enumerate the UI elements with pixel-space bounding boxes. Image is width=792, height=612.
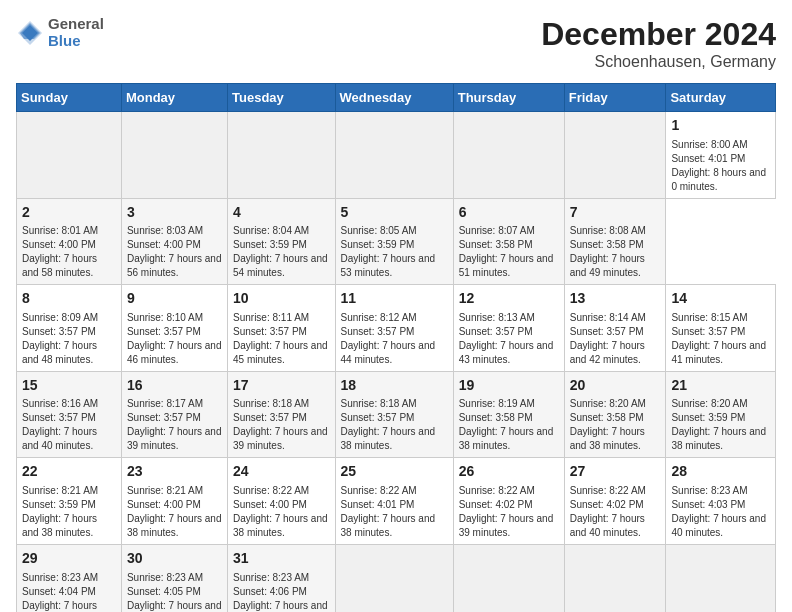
sunrise-text: Sunrise: 8:07 AM [459, 225, 535, 236]
day-number: 5 [341, 203, 448, 223]
daylight-text: Daylight: 7 hours and 38 minutes. [671, 426, 766, 451]
daylight-text: Daylight: 7 hours and 38 minutes. [459, 426, 554, 451]
sunset-text: Sunset: 4:02 PM [570, 499, 644, 510]
sunrise-text: Sunrise: 8:22 AM [341, 485, 417, 496]
day-cell-16: 16Sunrise: 8:17 AMSunset: 3:57 PMDayligh… [121, 371, 227, 458]
sunrise-text: Sunrise: 8:22 AM [459, 485, 535, 496]
day-number: 13 [570, 289, 661, 309]
daylight-text: Daylight: 7 hours and 42 minutes. [127, 600, 222, 612]
day-info: Sunrise: 8:23 AMSunset: 4:06 PMDaylight:… [233, 571, 329, 612]
day-info: Sunrise: 8:23 AMSunset: 4:05 PMDaylight:… [127, 571, 222, 612]
day-cell-12: 12Sunrise: 8:13 AMSunset: 3:57 PMDayligh… [453, 285, 564, 372]
sunrise-text: Sunrise: 8:00 AM [671, 139, 747, 150]
empty-cell [453, 544, 564, 612]
week-row-3: 8Sunrise: 8:09 AMSunset: 3:57 PMDaylight… [17, 285, 776, 372]
sunrise-text: Sunrise: 8:14 AM [570, 312, 646, 323]
sunrise-text: Sunrise: 8:18 AM [233, 398, 309, 409]
empty-cell [564, 112, 666, 199]
day-info: Sunrise: 8:19 AMSunset: 3:58 PMDaylight:… [459, 397, 559, 453]
empty-cell [228, 112, 335, 199]
sunrise-text: Sunrise: 8:18 AM [341, 398, 417, 409]
day-cell-31: 31Sunrise: 8:23 AMSunset: 4:06 PMDayligh… [228, 544, 335, 612]
day-number: 10 [233, 289, 329, 309]
day-info: Sunrise: 8:20 AMSunset: 3:58 PMDaylight:… [570, 397, 661, 453]
page-header: General Blue December 2024 Schoenhausen,… [16, 16, 776, 71]
day-number: 15 [22, 376, 116, 396]
daylight-text: Daylight: 7 hours and 46 minutes. [127, 340, 222, 365]
sunset-text: Sunset: 3:58 PM [570, 239, 644, 250]
sunrise-text: Sunrise: 8:11 AM [233, 312, 309, 323]
day-number: 31 [233, 549, 329, 569]
sunset-text: Sunset: 3:57 PM [233, 412, 307, 423]
day-cell-4: 4Sunrise: 8:04 AMSunset: 3:59 PMDaylight… [228, 198, 335, 285]
daylight-text: Daylight: 7 hours and 38 minutes. [341, 426, 436, 451]
day-header-monday: Monday [121, 84, 227, 112]
sunset-text: Sunset: 3:57 PM [127, 326, 201, 337]
sunset-text: Sunset: 3:57 PM [570, 326, 644, 337]
day-cell-29: 29Sunrise: 8:23 AMSunset: 4:04 PMDayligh… [17, 544, 122, 612]
sunset-text: Sunset: 4:01 PM [341, 499, 415, 510]
sunset-text: Sunset: 3:57 PM [233, 326, 307, 337]
empty-cell [121, 112, 227, 199]
daylight-text: Daylight: 7 hours and 39 minutes. [459, 513, 554, 538]
sunrise-text: Sunrise: 8:03 AM [127, 225, 203, 236]
day-number: 25 [341, 462, 448, 482]
logo-icon [16, 19, 44, 47]
logo: General Blue [16, 16, 104, 49]
day-number: 23 [127, 462, 222, 482]
sunset-text: Sunset: 3:57 PM [341, 412, 415, 423]
daylight-text: Daylight: 7 hours and 41 minutes. [671, 340, 766, 365]
day-info: Sunrise: 8:13 AMSunset: 3:57 PMDaylight:… [459, 311, 559, 367]
day-info: Sunrise: 8:21 AMSunset: 4:00 PMDaylight:… [127, 484, 222, 540]
day-info: Sunrise: 8:09 AMSunset: 3:57 PMDaylight:… [22, 311, 116, 367]
week-row-4: 15Sunrise: 8:16 AMSunset: 3:57 PMDayligh… [17, 371, 776, 458]
calendar-body: 1Sunrise: 8:00 AMSunset: 4:01 PMDaylight… [17, 112, 776, 613]
sunrise-text: Sunrise: 8:05 AM [341, 225, 417, 236]
day-header-thursday: Thursday [453, 84, 564, 112]
sunrise-text: Sunrise: 8:10 AM [127, 312, 203, 323]
day-info: Sunrise: 8:22 AMSunset: 4:00 PMDaylight:… [233, 484, 329, 540]
day-cell-22: 22Sunrise: 8:21 AMSunset: 3:59 PMDayligh… [17, 458, 122, 545]
sunrise-text: Sunrise: 8:09 AM [22, 312, 98, 323]
day-info: Sunrise: 8:07 AMSunset: 3:58 PMDaylight:… [459, 224, 559, 280]
empty-cell [17, 112, 122, 199]
day-number: 14 [671, 289, 770, 309]
sunset-text: Sunset: 4:00 PM [233, 499, 307, 510]
day-number: 8 [22, 289, 116, 309]
daylight-text: Daylight: 7 hours and 43 minutes. [233, 600, 328, 612]
sunrise-text: Sunrise: 8:23 AM [233, 572, 309, 583]
day-info: Sunrise: 8:18 AMSunset: 3:57 PMDaylight:… [341, 397, 448, 453]
day-info: Sunrise: 8:05 AMSunset: 3:59 PMDaylight:… [341, 224, 448, 280]
daylight-text: Daylight: 7 hours and 51 minutes. [459, 253, 554, 278]
daylight-text: Daylight: 7 hours and 41 minutes. [22, 600, 97, 612]
week-row-1: 1Sunrise: 8:00 AMSunset: 4:01 PMDaylight… [17, 112, 776, 199]
day-number: 27 [570, 462, 661, 482]
sunset-text: Sunset: 4:03 PM [671, 499, 745, 510]
sunset-text: Sunset: 4:01 PM [671, 153, 745, 164]
sunrise-text: Sunrise: 8:20 AM [671, 398, 747, 409]
daylight-text: Daylight: 7 hours and 38 minutes. [127, 513, 222, 538]
day-cell-18: 18Sunrise: 8:18 AMSunset: 3:57 PMDayligh… [335, 371, 453, 458]
sunrise-text: Sunrise: 8:20 AM [570, 398, 646, 409]
sunrise-text: Sunrise: 8:23 AM [22, 572, 98, 583]
sunset-text: Sunset: 3:58 PM [459, 239, 533, 250]
day-cell-10: 10Sunrise: 8:11 AMSunset: 3:57 PMDayligh… [228, 285, 335, 372]
week-row-5: 22Sunrise: 8:21 AMSunset: 3:59 PMDayligh… [17, 458, 776, 545]
sunset-text: Sunset: 4:02 PM [459, 499, 533, 510]
day-number: 11 [341, 289, 448, 309]
day-number: 7 [570, 203, 661, 223]
sunrise-text: Sunrise: 8:22 AM [233, 485, 309, 496]
day-number: 12 [459, 289, 559, 309]
daylight-text: Daylight: 7 hours and 38 minutes. [570, 426, 645, 451]
day-number: 30 [127, 549, 222, 569]
day-number: 29 [22, 549, 116, 569]
calendar-header-row: SundayMondayTuesdayWednesdayThursdayFrid… [17, 84, 776, 112]
sunrise-text: Sunrise: 8:16 AM [22, 398, 98, 409]
day-cell-30: 30Sunrise: 8:23 AMSunset: 4:05 PMDayligh… [121, 544, 227, 612]
week-row-2: 2Sunrise: 8:01 AMSunset: 4:00 PMDaylight… [17, 198, 776, 285]
page-subtitle: Schoenhausen, Germany [541, 53, 776, 71]
day-cell-2: 2Sunrise: 8:01 AMSunset: 4:00 PMDaylight… [17, 198, 122, 285]
day-number: 9 [127, 289, 222, 309]
day-cell-9: 9Sunrise: 8:10 AMSunset: 3:57 PMDaylight… [121, 285, 227, 372]
day-cell-26: 26Sunrise: 8:22 AMSunset: 4:02 PMDayligh… [453, 458, 564, 545]
